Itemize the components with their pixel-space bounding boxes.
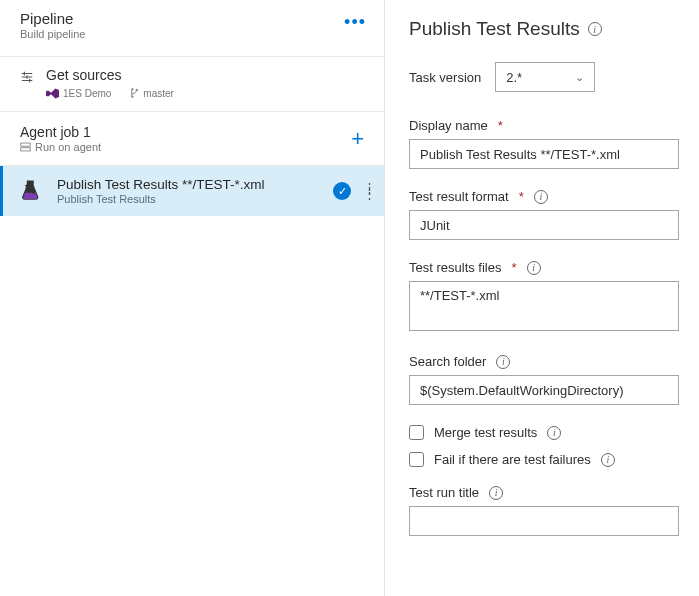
results-files-input[interactable]	[409, 281, 679, 331]
pipeline-title: Pipeline	[20, 10, 340, 27]
fail-on-failures-checkbox[interactable]	[409, 452, 424, 467]
repo-indicator: 1ES Demo	[46, 88, 111, 99]
display-name-input[interactable]	[409, 139, 679, 169]
panel-title-row: Publish Test Results i	[409, 18, 679, 40]
branch-icon	[129, 87, 139, 99]
panel-title: Publish Test Results	[409, 18, 580, 40]
search-folder-input[interactable]	[409, 375, 679, 405]
agent-job-sub: Run on agent	[35, 141, 101, 153]
info-icon[interactable]: i	[489, 486, 503, 500]
task-version-value: 2.*	[506, 70, 522, 85]
agent-job-title: Agent job 1	[20, 124, 345, 140]
run-title-label: Test run title	[409, 485, 479, 500]
info-icon[interactable]: i	[547, 426, 561, 440]
task-version-label: Task version	[409, 70, 481, 85]
pipeline-subtitle: Build pipeline	[20, 28, 340, 40]
svg-rect-1	[21, 148, 30, 151]
task-version-select[interactable]: 2.* ⌄	[495, 62, 595, 92]
add-task-button[interactable]: +	[345, 126, 370, 152]
server-icon	[20, 142, 31, 152]
task-title: Publish Test Results **/TEST-*.xml	[57, 177, 323, 192]
info-icon[interactable]: i	[534, 190, 548, 204]
pipeline-header: Pipeline Build pipeline •••	[0, 0, 384, 56]
vs-logo-icon	[46, 88, 59, 99]
fail-on-failures-label[interactable]: Fail if there are test failures	[434, 452, 591, 467]
info-icon[interactable]: i	[601, 453, 615, 467]
info-icon[interactable]: i	[527, 261, 541, 275]
beaker-icon	[17, 176, 47, 206]
search-folder-label: Search folder	[409, 354, 486, 369]
result-format-label: Test result format	[409, 189, 509, 204]
display-name-label: Display name	[409, 118, 488, 133]
task-row-publish-test-results[interactable]: Publish Test Results **/TEST-*.xml Publi…	[0, 166, 384, 216]
task-selected-check-icon: ✓	[333, 182, 351, 200]
get-sources-title: Get sources	[46, 67, 370, 83]
merge-results-label[interactable]: Merge test results	[434, 425, 537, 440]
agent-job-row[interactable]: Agent job 1 Run on agent +	[0, 111, 384, 166]
get-sources-row[interactable]: Get sources 1ES Demo master	[0, 56, 384, 111]
chevron-down-icon: ⌄	[575, 71, 584, 84]
branch-indicator: master	[129, 87, 174, 99]
results-files-label: Test results files	[409, 260, 501, 275]
task-details-pane: Publish Test Results i Task version 2.* …	[385, 0, 699, 596]
info-icon[interactable]: i	[588, 22, 602, 36]
run-title-input[interactable]	[409, 506, 679, 536]
info-icon[interactable]: i	[496, 355, 510, 369]
merge-results-checkbox[interactable]	[409, 425, 424, 440]
pipeline-left-pane: Pipeline Build pipeline ••• Get sources …	[0, 0, 385, 596]
svg-rect-0	[21, 143, 30, 146]
result-format-input[interactable]	[409, 210, 679, 240]
get-sources-icon	[20, 67, 34, 87]
task-subtitle: Publish Test Results	[57, 193, 323, 205]
pipeline-more-button[interactable]: •••	[340, 10, 370, 35]
task-drag-handle[interactable]: ⋮⋮	[361, 185, 378, 197]
repo-name: 1ES Demo	[63, 88, 111, 99]
branch-name: master	[143, 88, 174, 99]
